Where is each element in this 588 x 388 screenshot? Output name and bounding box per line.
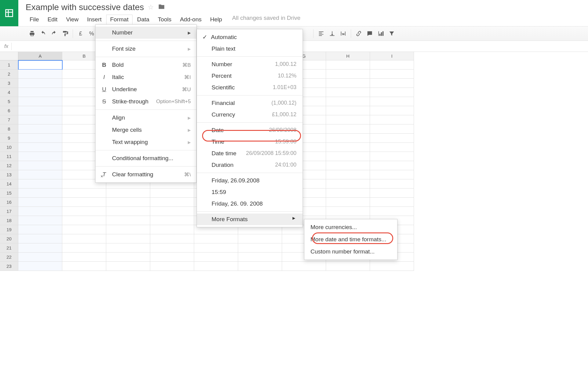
cell[interactable]	[370, 115, 414, 124]
cell[interactable]	[150, 207, 194, 216]
doc-title[interactable]: Example with successive dates	[26, 2, 144, 12]
cell[interactable]	[18, 106, 62, 115]
row-header[interactable]: 8	[0, 124, 18, 134]
cell[interactable]	[194, 243, 238, 253]
cell[interactable]	[18, 170, 62, 179]
format-clear[interactable]: T✕Clear formatting⌘\	[96, 168, 196, 181]
row-header[interactable]: 13	[0, 170, 18, 179]
menu-tools[interactable]: Tools	[154, 15, 175, 24]
cell[interactable]	[370, 70, 414, 79]
cell[interactable]	[370, 106, 414, 115]
row-header[interactable]: 1	[0, 60, 18, 70]
cell[interactable]	[238, 243, 282, 253]
cell[interactable]	[370, 161, 414, 170]
cell[interactable]	[106, 262, 150, 271]
cell[interactable]	[106, 234, 150, 243]
format-conditional[interactable]: Conditional formatting...	[96, 152, 196, 164]
cell[interactable]	[18, 134, 62, 143]
col-header[interactable]: I	[370, 52, 414, 60]
cell[interactable]	[194, 234, 238, 243]
row-header[interactable]: 15	[0, 189, 18, 198]
cell[interactable]	[18, 143, 62, 152]
format-merge[interactable]: Merge cells▶	[96, 124, 196, 136]
cell[interactable]	[62, 198, 106, 207]
cell[interactable]	[282, 262, 326, 271]
cell[interactable]	[18, 179, 62, 189]
cell[interactable]	[18, 262, 62, 271]
cell[interactable]	[326, 152, 370, 161]
num-custom2[interactable]: 15:59	[197, 186, 303, 198]
format-bold[interactable]: BBold⌘B	[96, 59, 196, 71]
cell[interactable]	[370, 170, 414, 179]
cell[interactable]	[18, 225, 62, 234]
cell[interactable]	[326, 97, 370, 106]
paint-format-icon[interactable]	[62, 30, 68, 37]
num-currency[interactable]: Currency£1,000.12	[197, 109, 303, 120]
print-icon[interactable]	[29, 30, 35, 37]
cell[interactable]	[194, 262, 238, 271]
cell[interactable]	[326, 115, 370, 124]
cell[interactable]	[62, 262, 106, 271]
cell[interactable]	[18, 253, 62, 262]
undo-icon[interactable]	[40, 30, 46, 37]
cell[interactable]	[106, 207, 150, 216]
cell[interactable]	[370, 88, 414, 97]
cell[interactable]	[238, 262, 282, 271]
num-date[interactable]: Date26/09/2008	[197, 124, 303, 136]
format-strike[interactable]: SStrike-throughOption+Shift+5	[96, 95, 196, 108]
cell[interactable]	[150, 198, 194, 207]
cell[interactable]	[62, 253, 106, 262]
cell[interactable]	[238, 253, 282, 262]
valign-button[interactable]	[329, 30, 336, 37]
cell[interactable]	[150, 253, 194, 262]
cell[interactable]	[106, 198, 150, 207]
format-font-size[interactable]: Font size▶	[96, 43, 196, 55]
cell[interactable]	[194, 253, 238, 262]
row-header[interactable]: 17	[0, 207, 18, 216]
num-duration[interactable]: Duration24:01:00	[197, 159, 303, 171]
cell[interactable]	[326, 60, 370, 70]
num-financial[interactable]: Financial(1,000.12)	[197, 97, 303, 109]
format-align[interactable]: Align▶	[96, 112, 196, 124]
cell[interactable]	[106, 216, 150, 225]
cell[interactable]	[370, 189, 414, 198]
cell[interactable]	[326, 79, 370, 88]
menu-data[interactable]: Data	[133, 15, 153, 24]
menu-view[interactable]: View	[62, 15, 82, 24]
cell[interactable]	[18, 70, 62, 79]
comment-icon[interactable]	[366, 30, 373, 37]
wrap-button[interactable]	[340, 30, 347, 37]
num-scientific[interactable]: Scientific1.01E+03	[197, 82, 303, 93]
row-header[interactable]: 2	[0, 70, 18, 79]
more-custom[interactable]: Custom number format...	[304, 246, 397, 258]
cell[interactable]	[18, 60, 62, 70]
num-number[interactable]: Number1,000.12	[197, 59, 303, 70]
cell[interactable]	[370, 124, 414, 134]
row-header[interactable]: 16	[0, 198, 18, 207]
row-header[interactable]: 22	[0, 253, 18, 262]
cell[interactable]	[370, 134, 414, 143]
num-percent[interactable]: Percent10.12%	[197, 70, 303, 82]
row-header[interactable]: 4	[0, 88, 18, 97]
cell[interactable]	[326, 106, 370, 115]
redo-icon[interactable]	[51, 30, 57, 37]
align-button[interactable]	[318, 30, 325, 37]
row-header[interactable]: 3	[0, 79, 18, 88]
cell[interactable]	[326, 170, 370, 179]
chart-icon[interactable]	[377, 30, 384, 37]
row-header[interactable]: 12	[0, 161, 18, 170]
row-header[interactable]: 11	[0, 152, 18, 161]
cell[interactable]	[62, 207, 106, 216]
row-header[interactable]: 6	[0, 106, 18, 115]
cell[interactable]	[62, 216, 106, 225]
cell[interactable]	[18, 152, 62, 161]
cell[interactable]	[370, 60, 414, 70]
link-icon[interactable]	[355, 30, 362, 37]
cell[interactable]	[18, 234, 62, 243]
col-header[interactable]: A	[18, 52, 62, 60]
cell[interactable]	[370, 79, 414, 88]
cell[interactable]	[370, 97, 414, 106]
cell[interactable]	[326, 198, 370, 207]
cell[interactable]	[326, 189, 370, 198]
cell[interactable]	[18, 115, 62, 124]
